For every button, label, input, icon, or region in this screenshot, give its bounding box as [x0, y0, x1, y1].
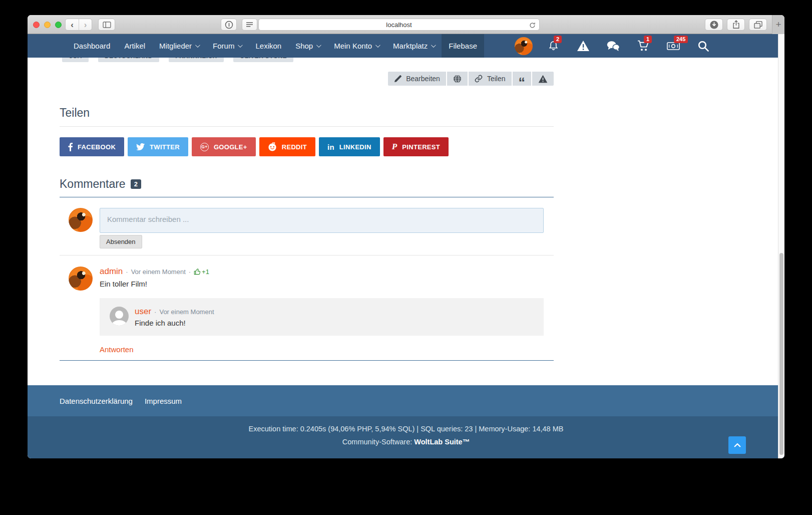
share-buttons-row: FACEBOOK TWITTER G+ GOOGLE+ REDDIT [60, 137, 554, 156]
extension-icon [225, 21, 233, 29]
chevron-down-icon [375, 43, 380, 48]
nav-item-marktplatz[interactable]: Marktplatz [386, 34, 442, 58]
comment-author-link[interactable]: admin [100, 267, 123, 277]
scroll-to-top-button[interactable] [728, 436, 746, 454]
sidebar-toggle-button[interactable] [98, 19, 115, 31]
reload-button[interactable] [529, 22, 536, 31]
share-page-button[interactable] [727, 19, 745, 31]
likes-count: +1 [202, 268, 209, 276]
section-divider [60, 197, 554, 197]
tab-overview-button[interactable] [749, 19, 767, 31]
nav-item-dashboard[interactable]: Dashboard [67, 34, 117, 58]
navbar-icon-group: 2 1 245 [515, 34, 710, 58]
nav-item-label: Dashboard [74, 42, 110, 50]
language-button[interactable] [447, 72, 468, 86]
tabs-icon [754, 21, 762, 29]
imprint-link[interactable]: Impressum [145, 397, 182, 405]
meta-separator: · [126, 268, 128, 276]
sidebar-icon [103, 22, 111, 28]
comment-likes[interactable]: +1 [194, 268, 209, 276]
share-icon [732, 20, 740, 29]
nav-item-mein-konto[interactable]: Mein Konto [327, 34, 386, 58]
scrollbar-track[interactable] [778, 34, 784, 458]
nav-item-lexikon[interactable]: Lexikon [248, 34, 288, 58]
credits-button[interactable]: 245 [667, 40, 680, 53]
linkedin-icon: in [327, 143, 334, 151]
reply-author-avatar[interactable] [110, 307, 129, 326]
reply-item: user · Vor einem Moment Finde ich auch! [110, 307, 534, 327]
share-pinterest-button[interactable]: f P PINTEREST [383, 137, 449, 156]
chevron-down-icon [238, 43, 243, 48]
minimize-window-button[interactable] [44, 22, 51, 28]
browser-titlebar: ‹ › localhost [28, 15, 784, 34]
share-twitter-button[interactable]: TWITTER [128, 137, 188, 156]
zoom-window-button[interactable] [55, 22, 62, 28]
forward-button[interactable]: › [79, 19, 92, 30]
nav-item-forum[interactable]: Forum [206, 34, 248, 58]
comment-author-avatar[interactable] [69, 267, 93, 291]
tag-chip[interactable]: DEUTSCHLAND [98, 58, 159, 62]
nav-item-shop[interactable]: Shop [288, 34, 327, 58]
comment-form [69, 208, 544, 233]
new-tab-button[interactable]: + [772, 15, 784, 34]
edit-button[interactable]: Bearbeiten [388, 72, 446, 86]
facebook-icon [68, 143, 73, 151]
close-window-button[interactable] [33, 22, 40, 28]
nav-item-artikel[interactable]: Artikel [117, 34, 152, 58]
nav-item-label: Lexikon [255, 42, 281, 50]
share-button-label: LINKEDIN [339, 143, 371, 151]
forward-icon: › [84, 21, 87, 29]
back-button[interactable]: ‹ [66, 19, 79, 30]
person-silhouette-icon [112, 320, 127, 326]
user-avatar[interactable] [515, 37, 533, 55]
share-facebook-button[interactable]: FACEBOOK [60, 137, 124, 156]
report-button[interactable] [532, 72, 554, 86]
chevron-down-icon [316, 43, 321, 48]
scrollbar-thumb[interactable] [779, 253, 783, 455]
nav-item-label: Shop [295, 42, 313, 50]
url-text: localhost [386, 21, 412, 29]
search-button[interactable] [697, 40, 710, 53]
pencil-icon [394, 75, 401, 83]
share-button-label: REDDIT [282, 143, 307, 151]
reader-button[interactable] [242, 19, 257, 31]
moderation-button[interactable] [577, 40, 590, 53]
thumbs-up-icon [194, 268, 201, 275]
nav-item-filebase[interactable]: Filebase [442, 34, 484, 58]
submit-comment-button[interactable]: Absenden [100, 235, 142, 248]
tag-chip[interactable]: FRANKREICH [169, 58, 223, 62]
tag-list: USA DEUTSCHLAND FRANKREICH OLIVER STONE [60, 58, 554, 62]
share-reddit-button[interactable]: REDDIT [259, 137, 315, 156]
reply-timestamp: Vor einem Moment [159, 308, 214, 316]
comments-count-badge: 2 [131, 179, 141, 189]
address-bar[interactable]: localhost [258, 19, 540, 31]
tag-chip[interactable]: OLIVER STONE [233, 58, 293, 62]
conversations-button[interactable] [607, 40, 620, 53]
notifications-button[interactable]: 2 [547, 40, 560, 53]
reply-author-link[interactable]: user [135, 307, 151, 317]
quote-button[interactable]: “ [513, 72, 532, 86]
divider [60, 255, 554, 255]
share-entry-button[interactable]: Teilen [469, 72, 512, 86]
person-silhouette-icon [115, 311, 123, 319]
extension-button[interactable] [221, 19, 237, 31]
section-divider [60, 360, 554, 361]
credits-badge: 245 [674, 36, 688, 43]
privacy-policy-link[interactable]: Datenschutzerklärung [60, 397, 133, 405]
tag-chip[interactable]: USA [62, 58, 89, 62]
share-linkedin-button[interactable]: in LINKEDIN [319, 137, 380, 156]
share-button-label: PINTEREST [402, 143, 440, 151]
credit-brand-link[interactable]: WoltLab Suite™ [414, 438, 470, 446]
cart-button[interactable]: 1 [637, 40, 650, 53]
comment-input[interactable] [100, 208, 544, 233]
back-icon: ‹ [71, 21, 74, 29]
share-googleplus-button[interactable]: G+ GOOGLE+ [192, 137, 256, 156]
downloads-button[interactable] [705, 19, 723, 31]
reply-button[interactable]: Antworten [100, 345, 134, 354]
nav-item-label: Marktplatz [393, 42, 428, 50]
nav-item-mitglieder[interactable]: Mitglieder [152, 34, 206, 58]
credit-prefix: Community-Software: [342, 438, 414, 446]
comment-item: admin · Vor einem Moment · +1 Ein toller… [69, 267, 544, 354]
reply-text: Finde ich auch! [135, 319, 214, 327]
entry-actions-row: Bearbeiten Teilen “ [60, 72, 554, 86]
